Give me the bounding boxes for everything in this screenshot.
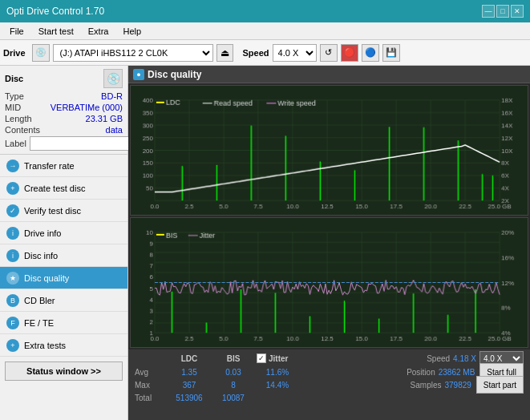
transfer-rate-icon: → — [6, 160, 19, 172]
disc-button[interactable]: 🔴 — [341, 44, 358, 62]
eject-button[interactable]: ⏏ — [216, 44, 233, 62]
speed-header-key: Speed — [427, 354, 450, 363]
max-jitter: 14.4% — [253, 381, 301, 390]
speed-label: Speed — [243, 48, 269, 58]
label-key: Label — [5, 139, 26, 148]
bis-header: BIS — [213, 354, 253, 363]
minimize-button[interactable]: — — [482, 5, 495, 18]
max-label: Max — [135, 381, 165, 390]
close-button[interactable]: ✕ — [511, 5, 524, 18]
top-chart — [130, 85, 528, 216]
length-value: 23.31 GB — [86, 114, 123, 123]
total-bis: 10087 — [213, 394, 253, 402]
menu-start-test[interactable]: Start test — [32, 25, 80, 38]
chart-header-icon: ● — [133, 69, 144, 80]
top-chart-canvas — [131, 86, 528, 215]
nav-disc-quality-label: Disc quality — [24, 273, 69, 283]
menu-extra[interactable]: Extra — [82, 25, 115, 38]
type-value: BD-R — [101, 91, 123, 101]
bottom-chart — [130, 217, 528, 348]
nav-disc-info[interactable]: i Disc info — [0, 244, 127, 267]
stats-area: LDC BIS ✓ Jitter Speed 4.18 X 4.0 X Avg … — [128, 349, 530, 420]
length-key: Length — [5, 114, 32, 123]
drive-select[interactable]: (J:) ATAPI iHBS112 2 CL0K — [53, 44, 213, 62]
nav-extra-tests[interactable]: + Extra tests — [0, 334, 127, 357]
total-label: Total — [135, 394, 165, 402]
chart-header: ● Disc quality — [128, 66, 530, 83]
drive-label: Drive — [3, 48, 26, 58]
content-area: ● Disc quality LDC BIS ✓ Jitter — [128, 66, 530, 420]
samples-value: 379829 — [444, 381, 471, 390]
ldc-header: LDC — [165, 354, 213, 363]
nav-cd-bler[interactable]: B CD Bler — [0, 289, 127, 312]
drive-icon-button[interactable]: 💿 — [32, 44, 50, 62]
jitter-header: Jitter — [269, 354, 288, 363]
avg-jitter: 11.6% — [253, 368, 301, 377]
charts-area — [128, 83, 530, 349]
nav-disc-info-label: Disc info — [24, 251, 58, 260]
position-value: 23862 MB — [439, 368, 475, 377]
nav-disc-quality[interactable]: ★ Disc quality — [0, 267, 127, 289]
type-key: Type — [5, 91, 24, 101]
nav-transfer-rate[interactable]: → Transfer rate — [0, 155, 127, 177]
nav-fe-te-label: FE / TE — [24, 318, 54, 328]
status-window-button[interactable]: Status window >> — [5, 361, 123, 381]
cd-bler-icon: B — [6, 294, 19, 307]
max-bis: 8 — [213, 381, 253, 390]
contents-value: data — [106, 125, 123, 135]
main-area: Disc 💿 Type BD-R MID VERBATIMe (000) Len… — [0, 66, 530, 420]
total-ldc: 513906 — [165, 394, 213, 402]
refresh-button[interactable]: ↺ — [320, 44, 338, 62]
drive-info-icon: i — [6, 227, 19, 240]
avg-bis: 0.03 — [213, 368, 253, 377]
speed-header-val: 4.18 X — [453, 354, 476, 363]
disc-image: 💿 — [103, 69, 123, 88]
fe-te-icon: F — [6, 317, 19, 329]
nav-create-test-disc[interactable]: + Create test disc — [0, 177, 127, 200]
disc-panel: Disc 💿 Type BD-R MID VERBATIMe (000) Len… — [0, 66, 127, 155]
speed-select[interactable]: 4.0 X — [273, 44, 317, 62]
avg-label: Avg — [135, 368, 165, 377]
nav-fe-te[interactable]: F FE / TE — [0, 312, 127, 334]
maximize-button[interactable]: □ — [496, 5, 509, 18]
nav-cd-bler-label: CD Bler — [24, 296, 55, 305]
max-ldc: 367 — [165, 381, 213, 390]
menu-bar: File Start test Extra Help — [0, 22, 530, 40]
disc-section-title: Disc — [5, 74, 23, 83]
samples-key: Samples — [411, 381, 442, 390]
nav-extra-tests-label: Extra tests — [24, 341, 66, 350]
burn-button[interactable]: 🔵 — [362, 44, 379, 62]
nav-drive-info-label: Drive info — [24, 228, 61, 238]
avg-ldc: 1.35 — [165, 368, 213, 377]
save-button[interactable]: 💾 — [382, 44, 400, 62]
menu-help[interactable]: Help — [116, 25, 148, 38]
nav-verify-test-disc[interactable]: ✓ Verify test disc — [0, 200, 127, 222]
disc-info-icon: i — [6, 249, 19, 262]
toolbar: Drive 💿 (J:) ATAPI iHBS112 2 CL0K ⏏ Spee… — [0, 40, 530, 66]
contents-key: Contents — [5, 125, 40, 135]
sidebar: Disc 💿 Type BD-R MID VERBATIMe (000) Len… — [0, 66, 128, 420]
app-title: Opti Drive Control 1.70 — [6, 6, 104, 17]
nav-verify-test-disc-label: Verify test disc — [24, 206, 81, 216]
window-controls: — □ ✕ — [482, 5, 524, 18]
chart-title: Disc quality — [148, 69, 201, 80]
verify-test-disc-icon: ✓ — [6, 204, 19, 217]
nav-drive-info[interactable]: i Drive info — [0, 222, 127, 244]
jitter-checkbox[interactable]: ✓ — [257, 353, 266, 363]
extra-tests-icon: + — [6, 339, 19, 352]
label-input[interactable] — [30, 136, 133, 151]
create-test-disc-icon: + — [6, 182, 19, 195]
title-bar: Opti Drive Control 1.70 — □ ✕ — [0, 0, 530, 22]
mid-key: MID — [5, 103, 21, 112]
mid-value: VERBATIMe (000) — [51, 103, 123, 112]
nav-create-test-disc-label: Create test disc — [24, 184, 85, 193]
nav-transfer-rate-label: Transfer rate — [24, 161, 75, 171]
position-key: Position — [407, 368, 435, 377]
menu-file[interactable]: File — [3, 25, 30, 38]
disc-quality-icon: ★ — [6, 272, 19, 285]
bottom-chart-canvas — [131, 218, 528, 347]
